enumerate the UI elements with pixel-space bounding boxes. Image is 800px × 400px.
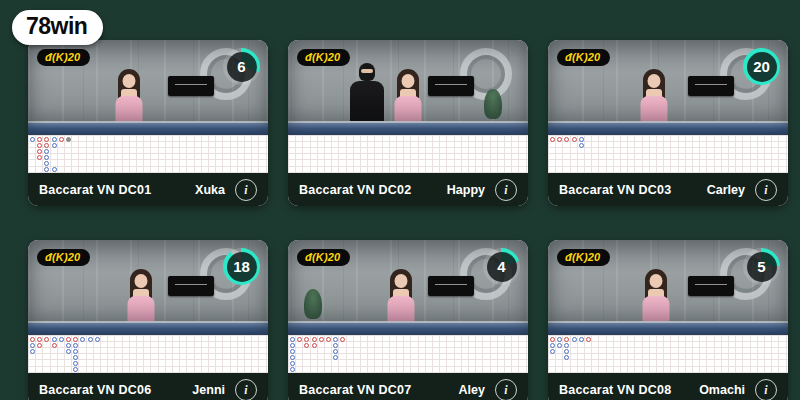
table-name: Baccarat VN DC03 xyxy=(559,183,697,197)
info-button[interactable]: i xyxy=(235,379,257,400)
road-dot xyxy=(333,355,338,360)
road-dot xyxy=(73,367,78,372)
table-name: Baccarat VN DC02 xyxy=(299,183,437,197)
road-dot xyxy=(30,349,35,354)
countdown-timer: 20 xyxy=(743,48,780,85)
road-dot xyxy=(37,149,42,154)
road-dot xyxy=(44,137,49,142)
game-card[interactable]: đ(K)20 20 Baccarat VN DC03 Carley i xyxy=(548,40,788,206)
road-dot xyxy=(564,337,569,342)
info-button[interactable]: i xyxy=(235,179,257,201)
min-bet-badge: đ(K)20 xyxy=(37,49,90,66)
road-dot xyxy=(30,343,35,348)
road-dot xyxy=(564,355,569,360)
road-dot xyxy=(66,137,71,142)
road-dot xyxy=(579,337,584,342)
info-button[interactable]: i xyxy=(495,179,517,201)
road-dot xyxy=(52,137,57,142)
table-name: Baccarat VN DC08 xyxy=(559,383,689,397)
countdown-value: 20 xyxy=(753,58,770,75)
live-video-preview: đ(K)20 4 xyxy=(288,240,528,335)
road-dot xyxy=(304,337,309,342)
road-dot xyxy=(44,337,49,342)
dealer-name: Carley xyxy=(707,183,745,197)
road-dot xyxy=(304,343,309,348)
road-dot xyxy=(550,343,555,348)
road-dot xyxy=(557,343,562,348)
road-dot xyxy=(44,161,49,166)
road-dot xyxy=(290,355,295,360)
countdown-face: 6 xyxy=(227,52,257,82)
road-dot xyxy=(37,337,42,342)
road-dot xyxy=(95,337,100,342)
road-map xyxy=(548,335,788,373)
live-video-preview: đ(K)20 5 xyxy=(548,240,788,335)
game-card[interactable]: đ(K)20 5 Baccarat VN DC08 Omachi i xyxy=(548,240,788,400)
road-dot xyxy=(30,137,35,142)
dealer-name: Happy xyxy=(447,183,485,197)
road-dot xyxy=(564,349,569,354)
min-bet-badge: đ(K)20 xyxy=(37,249,90,266)
road-map xyxy=(548,135,788,173)
min-bet-badge: đ(K)20 xyxy=(557,249,610,266)
road-dot xyxy=(564,137,569,142)
dealer-name: Xuka xyxy=(195,183,225,197)
info-button[interactable]: i xyxy=(755,379,777,400)
road-dot xyxy=(290,367,295,372)
road-dot xyxy=(550,137,555,142)
road-map xyxy=(288,335,528,373)
road-dot xyxy=(557,337,562,342)
game-card[interactable]: đ(K)20 4 Baccarat VN DC07 Aley i xyxy=(288,240,528,400)
countdown-face: 5 xyxy=(747,252,777,282)
card-footer: Baccarat VN DC01 Xuka i xyxy=(28,173,268,206)
road-dot xyxy=(73,361,78,366)
road-dot xyxy=(290,361,295,366)
road-dot xyxy=(572,137,577,142)
card-footer: Baccarat VN DC03 Carley i xyxy=(548,173,788,206)
game-card[interactable]: đ(K)20 6 Baccarat VN DC01 Xuka i xyxy=(28,40,268,206)
road-dot xyxy=(579,137,584,142)
road-dot xyxy=(44,155,49,160)
dealer-name: Aley xyxy=(459,383,485,397)
road-dot xyxy=(312,337,317,342)
brand-logo[interactable]: 78win xyxy=(12,10,103,45)
road-map xyxy=(288,135,528,173)
road-dot xyxy=(52,143,57,148)
countdown-face: 18 xyxy=(227,252,257,282)
min-bet-badge: đ(K)20 xyxy=(297,249,350,266)
dealer-name: Omachi xyxy=(699,383,745,397)
live-video-preview: đ(K)20 xyxy=(288,40,528,135)
road-dot xyxy=(66,349,71,354)
road-dot xyxy=(572,337,577,342)
game-card[interactable]: đ(K)20 18 Baccarat VN DC06 Jenni i xyxy=(28,240,268,400)
road-dot xyxy=(37,343,42,348)
dealer-name: Jenni xyxy=(192,383,225,397)
road-dot xyxy=(333,349,338,354)
countdown-timer: 5 xyxy=(743,248,780,285)
table-name: Baccarat VN DC01 xyxy=(39,183,185,197)
card-footer: Baccarat VN DC06 Jenni i xyxy=(28,373,268,400)
road-dot xyxy=(564,343,569,348)
road-dot xyxy=(290,337,295,342)
countdown-timer: 4 xyxy=(483,248,520,285)
countdown-value: 4 xyxy=(497,258,505,275)
road-dot xyxy=(66,337,71,342)
road-dot xyxy=(579,143,584,148)
road-dot xyxy=(312,343,317,348)
road-map xyxy=(28,135,268,173)
countdown-value: 5 xyxy=(757,258,765,275)
countdown-timer: 18 xyxy=(223,248,260,285)
info-button[interactable]: i xyxy=(495,379,517,400)
game-card[interactable]: đ(K)20 Baccarat VN DC02 Happy i xyxy=(288,40,528,206)
road-dot xyxy=(52,337,57,342)
info-button[interactable]: i xyxy=(755,179,777,201)
road-dot xyxy=(52,167,57,172)
road-dot xyxy=(550,349,555,354)
road-dot xyxy=(59,337,64,342)
road-dot xyxy=(290,343,295,348)
road-dot xyxy=(44,143,49,148)
road-map xyxy=(28,335,268,373)
live-video-preview: đ(K)20 18 xyxy=(28,240,268,335)
lobby-page: 78win đ(K)20 6 xyxy=(0,0,800,400)
road-dot xyxy=(80,337,85,342)
